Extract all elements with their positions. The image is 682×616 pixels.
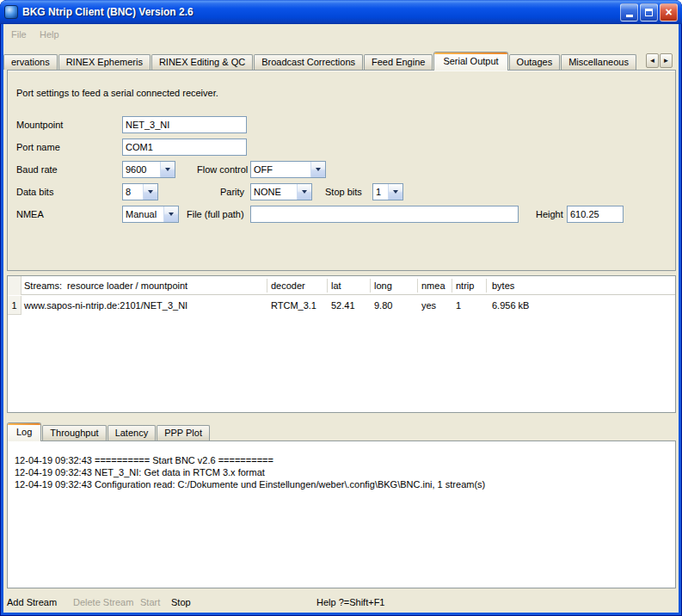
menubar: File Help (3, 24, 679, 45)
cell-lat: 52.41 (331, 296, 355, 315)
maximize-button[interactable] (640, 3, 658, 22)
data-bits-value: 8 (126, 184, 131, 200)
tab-scroll-left-button[interactable]: ◄ (646, 53, 659, 68)
streams-table-header: Streams: resource loader / mountpoint de… (8, 276, 675, 295)
start-button[interactable]: Start (140, 595, 160, 609)
stop-bits-select[interactable]: 1 (372, 183, 403, 200)
port-name-input[interactable] (122, 139, 247, 156)
log-panel: 12-04-19 09:32:43 ========== Start BNC v… (7, 440, 676, 588)
baud-rate-select[interactable]: 9600 (122, 161, 175, 178)
header-separator (486, 279, 487, 293)
cell-long: 9.80 (374, 296, 392, 315)
cell-mountpoint: www.sapos-ni-ntrip.de:2101/NET_3_NI (24, 296, 187, 315)
flow-control-label: Flow control (197, 161, 248, 178)
nmea-select[interactable]: Manual (122, 206, 179, 223)
tab-scroll-right-button[interactable]: ► (660, 53, 673, 68)
file-path-input[interactable] (250, 206, 519, 223)
height-input[interactable] (567, 206, 624, 223)
combo-arrow-icon (310, 162, 325, 177)
combo-arrow-icon (163, 206, 178, 222)
port-name-label: Port name (16, 139, 60, 156)
stop-bits-value: 1 (376, 184, 381, 200)
parity-select[interactable]: NONE (250, 183, 312, 200)
log-lines: 12-04-19 09:32:43 ========== Start BNC v… (8, 441, 675, 490)
data-bits-label: Data bits (16, 183, 53, 200)
parity-label: Parity (220, 183, 244, 200)
header-separator (417, 279, 418, 293)
cell-nmea: yes (421, 296, 436, 315)
tab-broadcast-corrections[interactable]: Broadcast Corrections (254, 54, 363, 70)
menu-help[interactable]: Help (36, 27, 63, 42)
baud-rate-label: Baud rate (16, 161, 58, 178)
close-button[interactable]: × (660, 3, 678, 22)
table-row[interactable]: 1 www.sapos-ni-ntrip.de:2101/NET_3_NI RT… (8, 296, 675, 315)
parity-value: NONE (254, 184, 281, 200)
flow-control-value: OFF (254, 162, 273, 177)
combo-arrow-icon (388, 184, 402, 200)
help-hint: Help ?=Shift+F1 (316, 595, 385, 609)
tab-miscellaneous[interactable]: Miscellaneous (561, 54, 636, 70)
header-mountpoint: Streams: resource loader / mountpoint (24, 276, 187, 295)
chevron-right-icon: ► (663, 57, 670, 65)
window-body: File Help ervations RINEX Ephemeris RINE… (3, 24, 679, 613)
app-icon (4, 5, 18, 19)
app-window: BKG Ntrip Client (BNC) Version 2.6 × Fil… (0, 0, 682, 616)
mountpoint-label: Mountpoint (16, 116, 63, 133)
minimize-button[interactable] (620, 3, 638, 22)
combo-arrow-icon (143, 184, 157, 200)
stop-bits-label: Stop bits (325, 183, 362, 200)
tab-outages[interactable]: Outages (509, 54, 561, 70)
nmea-value: Manual (126, 206, 157, 222)
log-line: 12-04-19 09:32:43 ========== Start BNC v… (15, 454, 668, 466)
table-corner-cell (8, 276, 22, 295)
header-separator (327, 279, 328, 293)
header-separator (267, 279, 267, 293)
header-ntrip: ntrip (456, 276, 474, 295)
log-line: 12-04-19 09:32:43 Configuration read: C:… (15, 478, 668, 490)
baud-rate-value: 9600 (126, 162, 146, 177)
cell-bytes: 6.956 kB (492, 296, 529, 315)
tab-observations[interactable]: ervations (3, 54, 58, 70)
row-index: 1 (8, 296, 22, 315)
add-stream-button[interactable]: Add Stream (7, 595, 57, 609)
nmea-label: NMEA (16, 206, 44, 223)
tab-rinex-ephemeris[interactable]: RINEX Ephemeris (58, 54, 151, 70)
tab-latency[interactable]: Latency (108, 425, 157, 440)
serial-output-panel: Port settings to feed a serial connected… (7, 70, 676, 271)
chevron-left-icon: ◄ (649, 57, 656, 65)
main-tabbar: ervations RINEX Ephemeris RINEX Editing … (3, 52, 637, 70)
height-label: Height (536, 206, 563, 223)
tab-rinex-editing-qc[interactable]: RINEX Editing & QC (151, 54, 253, 70)
bottom-tabbar: Log Throughput Latency PPP Plot (7, 422, 211, 440)
window-title: BKG Ntrip Client (BNC) Version 2.6 (22, 6, 620, 18)
delete-stream-button[interactable]: Delete Stream (73, 595, 133, 609)
combo-arrow-icon (160, 162, 175, 177)
header-nmea: nmea (421, 276, 445, 295)
tab-ppp-plot[interactable]: PPP Plot (157, 425, 210, 440)
header-long: long (374, 276, 392, 295)
file-path-label: File (full path) (187, 206, 244, 223)
mountpoint-input[interactable] (122, 116, 247, 133)
tab-throughput[interactable]: Throughput (42, 425, 106, 440)
header-bytes: bytes (492, 276, 514, 295)
tab-feed-engine[interactable]: Feed Engine (364, 54, 433, 70)
cell-ntrip: 1 (456, 296, 461, 315)
header-separator (452, 279, 452, 293)
header-decoder: decoder (271, 276, 305, 295)
streams-table: Streams: resource loader / mountpoint de… (7, 275, 676, 413)
window-controls: × (620, 3, 678, 22)
combo-arrow-icon (297, 184, 311, 200)
menu-file[interactable]: File (8, 27, 30, 42)
log-line: 12-04-19 09:32:43 NET_3_NI: Get data in … (15, 466, 668, 478)
data-bits-select[interactable]: 8 (122, 183, 158, 200)
stop-button[interactable]: Stop (171, 595, 191, 609)
header-separator (370, 279, 371, 293)
maximize-icon (645, 9, 653, 16)
flow-control-select[interactable]: OFF (250, 161, 326, 178)
header-lat: lat (331, 276, 341, 295)
tab-serial-output[interactable]: Serial Output (433, 52, 507, 71)
panel-description: Port settings to feed a serial connected… (16, 88, 218, 98)
minimize-icon (626, 15, 633, 17)
titlebar[interactable]: BKG Ntrip Client (BNC) Version 2.6 × (0, 0, 682, 24)
tab-log[interactable]: Log (7, 422, 41, 441)
